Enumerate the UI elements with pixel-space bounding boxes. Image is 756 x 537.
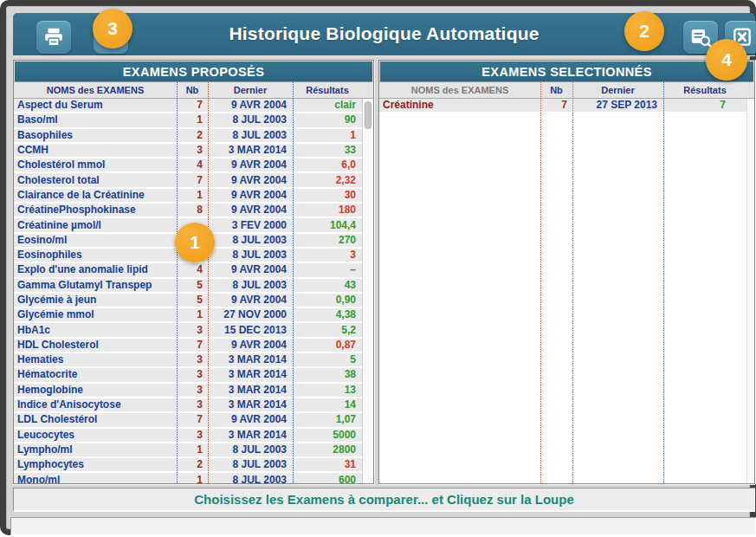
table-cell: Lympho/ml	[14, 443, 177, 456]
panel-selected-title: EXAMENS SELECTIONNÉS	[379, 61, 754, 82]
table-row[interactable]: Mono/ml18 JUL 2003600	[14, 473, 362, 483]
table-cell: 1	[177, 189, 208, 202]
table-cell: 9 AVR 2004	[208, 204, 293, 217]
table-cell: 4	[177, 263, 208, 276]
table-row[interactable]: Aspect du Serum79 AVR 2004clair	[14, 99, 362, 113]
annotation-badge-1: 1	[175, 223, 215, 262]
table-cell: Baso/ml	[14, 113, 177, 126]
table-cell: 7	[540, 99, 572, 112]
table-cell: 5	[293, 353, 362, 366]
table-row[interactable]: Leucocytes33 MAR 20145000	[14, 429, 362, 443]
table-cell: 4,38	[293, 308, 362, 321]
table-cell: 5000	[293, 429, 362, 442]
table-cell: 8 JUL 2003	[208, 279, 293, 292]
table-cell: 8 JUL 2003	[208, 443, 293, 456]
table-cell: Glycémie à jeun	[14, 294, 177, 307]
table-row[interactable]: Hématocrite33 MAR 201438	[14, 368, 362, 383]
table-cell: 8 JUL 2003	[208, 113, 293, 126]
status-bar	[10, 517, 756, 535]
table-cell: Hématocrite	[14, 368, 177, 381]
table-cell: 3	[177, 353, 208, 366]
table-row[interactable]: Basophiles28 JUL 20031	[14, 129, 362, 144]
table-row[interactable]: CCMH33 MAR 201433	[14, 144, 362, 159]
table-row[interactable]: Explo d'une anomalie lipid49 AVR 2004–	[14, 263, 362, 278]
instruction-bar: Choisissez les Examens à comparer... et …	[13, 488, 755, 512]
table-row[interactable]: Glycémie mmol127 NOV 20004,38	[14, 308, 362, 323]
table-cell: HDL Cholesterol	[14, 339, 177, 352]
table-row[interactable]: Créatinine727 SEP 20137	[379, 99, 746, 113]
table-cell: 7	[663, 99, 746, 112]
instruction-text: Choisissez les Examens à comparer... et …	[194, 492, 574, 507]
table-cell: 3	[177, 384, 208, 397]
table-cell: 3 MAR 2014	[208, 398, 293, 411]
table-cell: Créatinine µmol/l	[14, 219, 177, 232]
table-cell: Cholesterol total	[14, 174, 177, 187]
table-row[interactable]: Hemoglobine33 MAR 201413	[14, 384, 362, 398]
table-row[interactable]: Indice d'Anisocytose33 MAR 201414	[14, 398, 362, 413]
table-row[interactable]: Cholesterol total79 AVR 20042,32	[14, 173, 362, 188]
search-loupe-icon	[689, 26, 713, 49]
column-separator	[663, 82, 664, 483]
panel-examens-selectionnes: EXAMENS SELECTIONNÉS NOMS des EXAMENS Nb…	[378, 60, 755, 484]
panel-examens-proposes: EXAMENS PROPOSÉS NOMS des EXAMENS Nb Der…	[13, 60, 374, 484]
table-cell: LDL Cholestérol	[14, 413, 177, 426]
table-cell: 0,87	[293, 339, 362, 352]
table-cell: 3	[177, 324, 208, 337]
table-cell: 3 MAR 2014	[208, 353, 293, 366]
column-separator	[540, 82, 541, 483]
table-cell: 3 FEV 2000	[208, 219, 293, 232]
table-cell: 3 MAR 2014	[208, 144, 293, 157]
table-row[interactable]: HbA1c315 DEC 20135,2	[14, 323, 362, 338]
vertical-scrollbar[interactable]	[746, 99, 754, 483]
table-cell: 3 MAR 2014	[208, 368, 293, 381]
table-cell: Eosino/ml	[14, 234, 177, 247]
scrollbar-thumb[interactable]	[365, 101, 372, 129]
table-cell: 7	[177, 339, 208, 352]
table-cell: 3 MAR 2014	[208, 384, 293, 397]
table-cell: Créatinine	[379, 99, 540, 112]
table-row[interactable]: Glycémie à jeun59 AVR 20040,90	[14, 294, 362, 308]
table-cell: 9 AVR 2004	[208, 413, 293, 426]
column-header-resultats: Résultats	[663, 85, 746, 95]
vertical-scrollbar[interactable]	[362, 99, 373, 483]
table-cell: 5,2	[293, 324, 362, 337]
table-cell: clair	[293, 99, 362, 112]
app-screen: Historique Biologique Automatique	[0, 0, 756, 537]
proposed-table-body: Aspect du Serum79 AVR 2004clairBaso/ml18…	[14, 99, 373, 483]
table-row[interactable]: Cholestérol mmol49 AVR 20046,0	[14, 159, 362, 173]
panel-proposed-title: EXAMENS PROPOSÉS	[14, 61, 373, 82]
table-row[interactable]: Lympho/ml18 JUL 20032800	[14, 443, 362, 458]
table-cell: 5	[177, 294, 208, 307]
column-separator	[572, 82, 573, 483]
table-cell: 2	[177, 129, 208, 142]
table-row[interactable]: Gamma Glutamyl Transpep58 JUL 200343	[14, 279, 362, 294]
table-cell: Eosinophiles	[14, 249, 177, 262]
table-row[interactable]: Clairance de la Créatinine19 AVR 200430	[14, 189, 362, 204]
table-cell: Cholestérol mmol	[14, 159, 177, 171]
table-cell: 0,90	[293, 294, 362, 307]
table-cell: Glycémie mmol	[14, 308, 177, 321]
table-cell: 180	[293, 204, 362, 217]
table-cell: 7	[177, 413, 208, 426]
table-cell: 1,07	[293, 413, 362, 426]
annotation-badge-4: 4	[706, 39, 747, 81]
table-row[interactable]: LDL Cholestérol79 AVR 20041,07	[14, 413, 362, 428]
table-cell: 2	[177, 458, 208, 471]
table-cell: 600	[293, 474, 362, 483]
table-cell: 8 JUL 2003	[208, 129, 293, 142]
table-row[interactable]: Baso/ml18 JUL 200390	[14, 113, 362, 128]
column-separator	[208, 82, 209, 483]
table-row[interactable]: HDL Cholesterol79 AVR 20040,87	[14, 339, 362, 353]
table-cell: 14	[293, 398, 362, 411]
table-row[interactable]: Lymphocytes28 JUL 200331	[14, 458, 362, 473]
table-cell: 270	[293, 234, 362, 247]
table-cell: 31	[293, 458, 362, 471]
table-cell: Clairance de la Créatinine	[14, 189, 177, 202]
table-cell: 9 AVR 2004	[208, 174, 293, 187]
table-row[interactable]: Hematies33 MAR 20145	[14, 353, 362, 368]
table-cell: Hemoglobine	[14, 384, 177, 397]
annotation-badge-3: 3	[93, 9, 132, 49]
annotation-badge-2: 2	[624, 11, 664, 51]
table-cell: Gamma Glutamyl Transpep	[14, 279, 177, 292]
table-row[interactable]: CréatinePhosphokinase89 AVR 2004180	[14, 204, 362, 218]
